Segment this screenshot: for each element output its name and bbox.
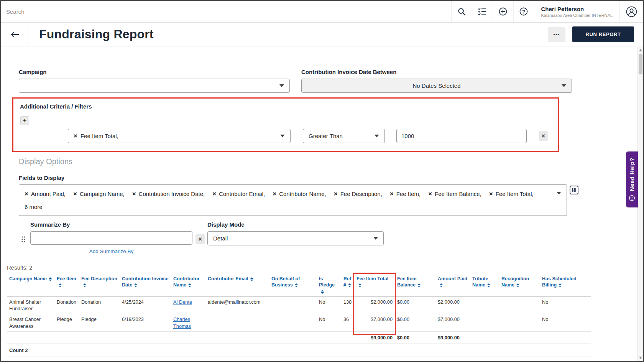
sort-icon xyxy=(417,283,421,287)
column-selector-button[interactable] xyxy=(570,186,578,194)
field-chip-label: Contribution Invoice Date, xyxy=(139,191,205,197)
column-header-contributor-email[interactable]: Contributor Email xyxy=(205,274,269,296)
fields-to-display-section: Fields to Display ×Amount Paid,×Campaign… xyxy=(19,174,599,216)
cell-fee-item: Pledge xyxy=(54,314,79,332)
column-header-is-pledge[interactable]: Is Pledge xyxy=(317,274,341,296)
field-chip[interactable]: ×Fee Item, xyxy=(390,187,421,200)
table-row: Breast Cancer AwarenessPledgePledge6/19/… xyxy=(7,314,591,332)
column-header-ref[interactable]: Ref # xyxy=(341,274,354,296)
display-mode-select[interactable]: Detail xyxy=(207,231,384,245)
checklist-icon xyxy=(478,7,487,16)
quick-add-button[interactable] xyxy=(493,1,513,22)
field-chip[interactable]: ×Amount Paid, xyxy=(25,187,66,200)
search-button[interactable] xyxy=(451,1,472,22)
cell-contributor-email: aldente@mailinator.com xyxy=(205,296,269,314)
lists-button[interactable] xyxy=(472,1,493,22)
remove-field-icon[interactable]: × xyxy=(25,191,28,197)
scrollbar-thumb[interactable] xyxy=(639,54,642,74)
column-label: Campaign Name xyxy=(9,276,47,281)
cell-has-scheduled-billing: No xyxy=(540,314,591,332)
contributor-link[interactable]: Al Dente xyxy=(173,299,192,305)
column-header-fee-description[interactable]: Fee Description xyxy=(79,274,120,296)
page-title: Fundraising Report xyxy=(39,27,154,41)
remove-field-icon[interactable]: × xyxy=(273,191,276,197)
remove-field-icon[interactable]: × xyxy=(390,191,394,197)
chevron-down-icon xyxy=(279,84,284,87)
field-chip-label: Fee Item, xyxy=(396,191,421,197)
column-header-contributor-name[interactable]: Contributor Name xyxy=(171,274,205,296)
more-options-button[interactable]: ••• xyxy=(548,27,565,42)
search-input[interactable] xyxy=(1,1,451,22)
remove-field-icon[interactable]: × xyxy=(489,191,493,197)
display-options-title: Display Options xyxy=(19,157,599,166)
cell-fee-item xyxy=(54,331,79,344)
scrollbar-down-arrow-icon[interactable] xyxy=(639,357,642,359)
field-chip[interactable]: ×Contribution Invoice Date, xyxy=(132,187,205,200)
contributor-link[interactable]: Charles Thomas xyxy=(173,316,191,329)
remove-field-icon[interactable]: × xyxy=(132,191,136,197)
drag-handle-icon[interactable] xyxy=(21,236,26,243)
remove-icon[interactable]: × xyxy=(74,133,77,139)
need-help-label: Need Help? xyxy=(629,158,635,191)
column-label: Contribution Invoice Date xyxy=(122,276,169,288)
cell-amount-paid: $9,000.00 xyxy=(435,331,470,344)
display-mode-value: Detail xyxy=(213,235,228,242)
criteria-value-input[interactable] xyxy=(396,129,527,143)
field-chip[interactable]: ×Fee Item Balance, xyxy=(428,187,481,200)
column-header-tribute-name[interactable]: Tribute Name xyxy=(470,274,499,296)
field-chip[interactable]: ×Campaign Name, xyxy=(73,187,125,200)
user-info[interactable]: Cheri Petterson Kalamazoo Area Chamber I… xyxy=(534,1,619,22)
cell-contributor-name: Al Dente xyxy=(171,296,205,314)
column-header-fee-item-balance[interactable]: Fee Item Balance xyxy=(395,274,435,296)
campaign-select[interactable] xyxy=(19,79,290,93)
clear-summarize-button[interactable]: × xyxy=(196,234,205,244)
add-criteria-button[interactable]: + xyxy=(20,116,29,125)
column-header-amount-paid[interactable]: Amount Paid xyxy=(435,274,470,296)
table-total-row: $9,000.00$0.00$9,000.00 xyxy=(7,331,591,344)
cell-fee-item-balance: $0.00 xyxy=(395,314,435,332)
column-header-fee-item-total[interactable]: Fee Item Total xyxy=(354,274,395,296)
field-chip[interactable]: ×Fee Description, xyxy=(334,187,382,200)
field-chip[interactable]: ×Fee Item Total, xyxy=(489,187,534,200)
fields-more-label[interactable]: 6 more xyxy=(25,200,43,213)
field-chip-label: Contributor Name, xyxy=(279,191,326,197)
remove-criteria-button[interactable]: × xyxy=(539,131,548,141)
field-chip[interactable]: ×Contributor Email, xyxy=(212,187,265,200)
sort-icon xyxy=(250,277,253,281)
column-label: Recognition Name xyxy=(501,276,529,288)
remove-field-icon[interactable]: × xyxy=(212,191,216,197)
add-summarize-by-link[interactable]: Add Summarize By xyxy=(30,248,192,254)
back-arrow-icon xyxy=(10,30,20,39)
help-button[interactable]: ? xyxy=(513,1,534,22)
field-chip-label: Fee Item Balance, xyxy=(435,191,481,197)
remove-field-icon[interactable]: × xyxy=(73,191,77,197)
fields-to-display-multiselect[interactable]: ×Amount Paid,×Campaign Name,×Contributio… xyxy=(19,184,567,216)
scrollbar-up-arrow-icon[interactable] xyxy=(639,49,642,51)
column-header-contribution-invoice-date[interactable]: Contribution Invoice Date xyxy=(120,274,171,296)
remove-field-icon[interactable]: × xyxy=(428,191,432,197)
column-header-has-scheduled-billing[interactable]: Has Scheduled Billing xyxy=(540,274,591,296)
remove-field-icon[interactable]: × xyxy=(334,191,338,197)
back-button[interactable] xyxy=(1,23,28,46)
vertical-scrollbar[interactable] xyxy=(637,47,643,361)
column-header-fee-item[interactable]: Fee Item xyxy=(54,274,79,296)
column-header-recognition-name[interactable]: Recognition Name xyxy=(499,274,540,296)
invoice-date-select[interactable]: No Dates Selected xyxy=(301,79,572,93)
field-chip[interactable]: ×Contributor Name, xyxy=(273,187,326,200)
summarize-by-input[interactable] xyxy=(30,231,192,245)
fields-to-display-label: Fields to Display xyxy=(19,174,599,181)
need-help-tab[interactable]: Need Help? xyxy=(626,151,638,207)
criteria-field-select[interactable]: × Fee Item Total, xyxy=(68,129,291,143)
criteria-operator-select[interactable]: Greater Than xyxy=(303,129,385,143)
cell-is-pledge: No xyxy=(317,296,341,314)
column-label: Contributor Email xyxy=(208,276,248,281)
chevron-down-icon xyxy=(280,135,285,137)
field-chip-label: Contributor Email, xyxy=(219,191,265,197)
annotation-additional-criteria-section: Additional Criteria / Filters + × Fee It… xyxy=(12,97,559,152)
account-menu-button[interactable] xyxy=(619,1,643,22)
column-header-on-behalf-of-business[interactable]: On Behalf of Business xyxy=(269,274,317,296)
run-report-button[interactable]: RUN REPORT xyxy=(572,26,634,42)
sort-icon xyxy=(358,283,361,287)
sort-icon xyxy=(321,290,324,294)
column-header-campaign-name[interactable]: Campaign Name xyxy=(7,274,54,296)
